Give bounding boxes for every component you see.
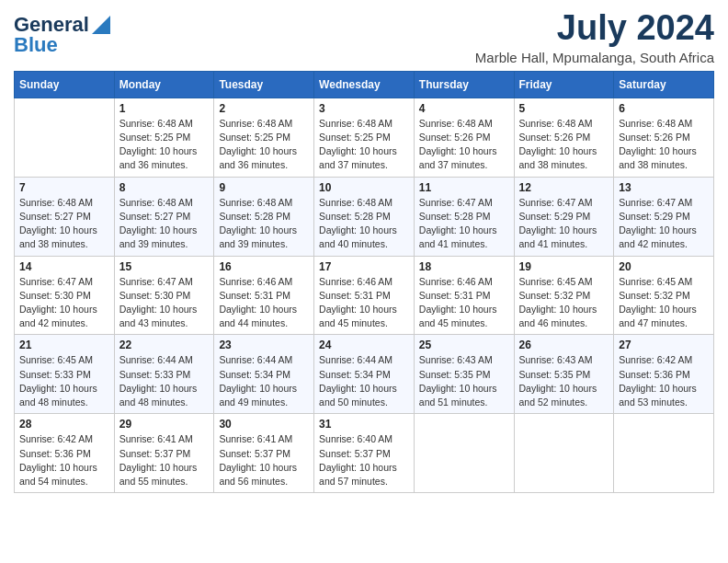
day-number: 26 bbox=[519, 339, 609, 351]
calendar-cell: 20Sunrise: 6:45 AM Sunset: 5:32 PM Dayli… bbox=[614, 256, 714, 335]
day-number: 15 bbox=[119, 260, 210, 273]
calendar-cell: 8Sunrise: 6:48 AM Sunset: 5:27 PM Daylig… bbox=[114, 177, 214, 256]
title-area: July 2024 Marble Hall, Mpumalanga, South… bbox=[475, 9, 714, 65]
day-number: 23 bbox=[219, 339, 309, 351]
day-info: Sunrise: 6:48 AM Sunset: 5:25 PM Dayligh… bbox=[119, 117, 210, 173]
calendar-cell: 14Sunrise: 6:47 AM Sunset: 5:30 PM Dayli… bbox=[15, 256, 115, 335]
day-info: Sunrise: 6:47 AM Sunset: 5:30 PM Dayligh… bbox=[19, 275, 109, 331]
calendar-cell: 3Sunrise: 6:48 AM Sunset: 5:25 PM Daylig… bbox=[314, 98, 415, 177]
day-info: Sunrise: 6:41 AM Sunset: 5:37 PM Dayligh… bbox=[119, 432, 210, 488]
day-info: Sunrise: 6:48 AM Sunset: 5:26 PM Dayligh… bbox=[519, 117, 609, 173]
calendar-cell: 9Sunrise: 6:48 AM Sunset: 5:28 PM Daylig… bbox=[214, 177, 314, 256]
calendar-cell: 4Sunrise: 6:48 AM Sunset: 5:26 PM Daylig… bbox=[414, 98, 514, 177]
calendar-cell: 12Sunrise: 6:47 AM Sunset: 5:29 PM Dayli… bbox=[514, 177, 614, 256]
calendar-cell: 28Sunrise: 6:42 AM Sunset: 5:36 PM Dayli… bbox=[15, 414, 115, 493]
day-number: 16 bbox=[219, 260, 309, 273]
day-number: 10 bbox=[319, 181, 409, 194]
logo: General Blue bbox=[14, 13, 110, 57]
day-number: 4 bbox=[419, 102, 509, 115]
day-number: 7 bbox=[19, 181, 109, 194]
day-info: Sunrise: 6:43 AM Sunset: 5:35 PM Dayligh… bbox=[419, 353, 509, 409]
column-header-sunday: Sunday bbox=[15, 71, 115, 98]
day-number: 25 bbox=[419, 339, 509, 351]
calendar-cell: 22Sunrise: 6:44 AM Sunset: 5:33 PM Dayli… bbox=[114, 335, 214, 414]
calendar-cell: 24Sunrise: 6:44 AM Sunset: 5:34 PM Dayli… bbox=[314, 335, 415, 414]
logo-triangle-icon bbox=[92, 16, 110, 34]
day-info: Sunrise: 6:48 AM Sunset: 5:27 PM Dayligh… bbox=[119, 196, 210, 252]
calendar-cell: 18Sunrise: 6:46 AM Sunset: 5:31 PM Dayli… bbox=[414, 256, 514, 335]
day-number: 18 bbox=[419, 260, 509, 273]
calendar-week-row: 21Sunrise: 6:45 AM Sunset: 5:33 PM Dayli… bbox=[15, 335, 714, 414]
day-number: 27 bbox=[619, 339, 709, 351]
day-number: 9 bbox=[219, 181, 309, 194]
day-info: Sunrise: 6:48 AM Sunset: 5:25 PM Dayligh… bbox=[219, 117, 309, 173]
calendar-cell: 30Sunrise: 6:41 AM Sunset: 5:37 PM Dayli… bbox=[214, 414, 314, 493]
day-number: 17 bbox=[319, 260, 409, 273]
day-info: Sunrise: 6:47 AM Sunset: 5:30 PM Dayligh… bbox=[119, 275, 210, 331]
calendar-week-row: 28Sunrise: 6:42 AM Sunset: 5:36 PM Dayli… bbox=[15, 414, 714, 493]
day-number: 21 bbox=[19, 339, 109, 351]
calendar-cell: 10Sunrise: 6:48 AM Sunset: 5:28 PM Dayli… bbox=[314, 177, 415, 256]
calendar-cell: 2Sunrise: 6:48 AM Sunset: 5:25 PM Daylig… bbox=[214, 98, 314, 177]
calendar-cell: 26Sunrise: 6:43 AM Sunset: 5:35 PM Dayli… bbox=[514, 335, 614, 414]
calendar-cell: 17Sunrise: 6:46 AM Sunset: 5:31 PM Dayli… bbox=[314, 256, 415, 335]
day-info: Sunrise: 6:46 AM Sunset: 5:31 PM Dayligh… bbox=[419, 275, 509, 331]
logo-blue-text: Blue bbox=[14, 33, 58, 57]
calendar-cell: 29Sunrise: 6:41 AM Sunset: 5:37 PM Dayli… bbox=[114, 414, 214, 493]
day-info: Sunrise: 6:40 AM Sunset: 5:37 PM Dayligh… bbox=[319, 432, 409, 488]
day-info: Sunrise: 6:42 AM Sunset: 5:36 PM Dayligh… bbox=[619, 353, 709, 409]
day-number: 19 bbox=[519, 260, 609, 273]
svg-marker-0 bbox=[92, 16, 110, 34]
day-info: Sunrise: 6:48 AM Sunset: 5:26 PM Dayligh… bbox=[419, 117, 509, 173]
day-number: 14 bbox=[19, 260, 109, 273]
day-info: Sunrise: 6:44 AM Sunset: 5:34 PM Dayligh… bbox=[319, 353, 409, 409]
calendar-cell: 6Sunrise: 6:48 AM Sunset: 5:26 PM Daylig… bbox=[614, 98, 714, 177]
calendar-cell: 7Sunrise: 6:48 AM Sunset: 5:27 PM Daylig… bbox=[15, 177, 115, 256]
day-number: 2 bbox=[219, 102, 309, 115]
day-number: 12 bbox=[519, 181, 609, 194]
day-number: 11 bbox=[419, 181, 509, 194]
day-number: 29 bbox=[119, 418, 210, 431]
calendar-week-row: 7Sunrise: 6:48 AM Sunset: 5:27 PM Daylig… bbox=[15, 177, 714, 256]
calendar-cell bbox=[15, 98, 115, 177]
column-header-monday: Monday bbox=[114, 71, 214, 98]
calendar-cell: 16Sunrise: 6:46 AM Sunset: 5:31 PM Dayli… bbox=[214, 256, 314, 335]
day-info: Sunrise: 6:45 AM Sunset: 5:32 PM Dayligh… bbox=[619, 275, 709, 331]
calendar-cell: 31Sunrise: 6:40 AM Sunset: 5:37 PM Dayli… bbox=[314, 414, 415, 493]
day-number: 8 bbox=[119, 181, 210, 194]
day-info: Sunrise: 6:47 AM Sunset: 5:29 PM Dayligh… bbox=[619, 196, 709, 252]
day-info: Sunrise: 6:48 AM Sunset: 5:26 PM Dayligh… bbox=[619, 117, 709, 173]
day-info: Sunrise: 6:48 AM Sunset: 5:25 PM Dayligh… bbox=[319, 117, 409, 173]
calendar-cell bbox=[614, 414, 714, 493]
calendar-cell: 21Sunrise: 6:45 AM Sunset: 5:33 PM Dayli… bbox=[15, 335, 115, 414]
day-number: 31 bbox=[319, 418, 409, 431]
column-header-saturday: Saturday bbox=[614, 71, 714, 98]
day-info: Sunrise: 6:48 AM Sunset: 5:28 PM Dayligh… bbox=[219, 196, 309, 252]
day-number: 5 bbox=[519, 102, 609, 115]
calendar-cell: 27Sunrise: 6:42 AM Sunset: 5:36 PM Dayli… bbox=[614, 335, 714, 414]
day-info: Sunrise: 6:43 AM Sunset: 5:35 PM Dayligh… bbox=[519, 353, 609, 409]
day-number: 6 bbox=[619, 102, 709, 115]
calendar-subtitle: Marble Hall, Mpumalanga, South Africa bbox=[475, 50, 714, 65]
day-info: Sunrise: 6:48 AM Sunset: 5:27 PM Dayligh… bbox=[19, 196, 109, 252]
day-info: Sunrise: 6:46 AM Sunset: 5:31 PM Dayligh… bbox=[319, 275, 409, 331]
calendar-cell: 23Sunrise: 6:44 AM Sunset: 5:34 PM Dayli… bbox=[214, 335, 314, 414]
day-number: 24 bbox=[319, 339, 409, 351]
day-info: Sunrise: 6:44 AM Sunset: 5:34 PM Dayligh… bbox=[219, 353, 309, 409]
calendar-week-row: 1Sunrise: 6:48 AM Sunset: 5:25 PM Daylig… bbox=[15, 98, 714, 177]
calendar-header-row: SundayMondayTuesdayWednesdayThursdayFrid… bbox=[15, 71, 714, 98]
day-info: Sunrise: 6:45 AM Sunset: 5:33 PM Dayligh… bbox=[19, 353, 109, 409]
calendar-cell: 5Sunrise: 6:48 AM Sunset: 5:26 PM Daylig… bbox=[514, 98, 614, 177]
page-header: General Blue July 2024 Marble Hall, Mpum… bbox=[14, 9, 714, 65]
day-info: Sunrise: 6:47 AM Sunset: 5:29 PM Dayligh… bbox=[519, 196, 609, 252]
day-number: 3 bbox=[319, 102, 409, 115]
day-number: 30 bbox=[219, 418, 309, 431]
calendar-cell: 15Sunrise: 6:47 AM Sunset: 5:30 PM Dayli… bbox=[114, 256, 214, 335]
calendar-cell bbox=[414, 414, 514, 493]
day-info: Sunrise: 6:47 AM Sunset: 5:28 PM Dayligh… bbox=[419, 196, 509, 252]
calendar-cell: 11Sunrise: 6:47 AM Sunset: 5:28 PM Dayli… bbox=[414, 177, 514, 256]
day-number: 28 bbox=[19, 418, 109, 431]
column-header-tuesday: Tuesday bbox=[214, 71, 314, 98]
day-info: Sunrise: 6:48 AM Sunset: 5:28 PM Dayligh… bbox=[319, 196, 409, 252]
day-info: Sunrise: 6:45 AM Sunset: 5:32 PM Dayligh… bbox=[519, 275, 609, 331]
